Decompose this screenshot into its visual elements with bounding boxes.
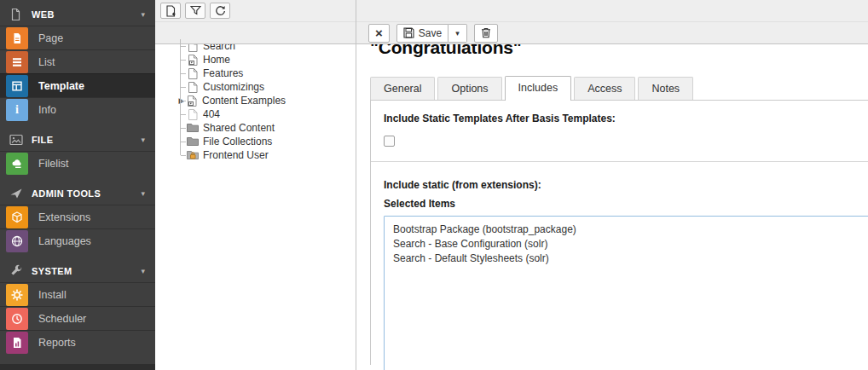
save-button[interactable]: Save bbox=[396, 24, 448, 43]
tree-line bbox=[176, 66, 187, 80]
sidebar-item-template[interactable]: Template bbox=[0, 73, 155, 97]
sidebar-item-languages[interactable]: Languages bbox=[0, 228, 155, 252]
page-icon bbox=[187, 68, 199, 79]
page-module-icon bbox=[6, 27, 28, 49]
tab-options[interactable]: Options bbox=[437, 77, 501, 100]
sidebar-item-reports[interactable]: Reports bbox=[0, 330, 155, 354]
languages-module-icon bbox=[6, 230, 28, 252]
tree-node-label: Features bbox=[203, 67, 243, 79]
static-after-basis-label: Include Static Templates After Basis Tem… bbox=[384, 113, 868, 124]
tree-line bbox=[176, 135, 187, 148]
delete-button[interactable] bbox=[474, 24, 498, 43]
tab-notes[interactable]: Notes bbox=[638, 77, 693, 100]
filter-button[interactable] bbox=[185, 3, 205, 19]
sidebar-section-admin-tools[interactable]: ADMIN TOOLS ▾ bbox=[0, 182, 155, 205]
reports-module-icon bbox=[6, 332, 28, 354]
chevron-down-icon: ▾ bbox=[455, 29, 460, 38]
chevron-down-icon: ▾ bbox=[141, 10, 145, 19]
tab-bar: General Options Includes Access Notes bbox=[370, 76, 868, 101]
close-icon: × bbox=[375, 26, 383, 39]
list-module-icon bbox=[6, 51, 28, 73]
close-button[interactable]: × bbox=[368, 24, 390, 43]
tree-line bbox=[176, 121, 187, 135]
sidebar-item-scheduler[interactable]: Scheduler bbox=[0, 306, 155, 330]
tree-node-frontend-user[interactable]: Frontend User bbox=[155, 148, 356, 162]
tree-node-label: File Collections bbox=[203, 136, 272, 147]
rocket-outline-icon bbox=[9, 187, 23, 201]
tree-docheader bbox=[155, 0, 356, 44]
listbox-option[interactable]: Bootstrap Package (bootstrap_package) bbox=[385, 223, 868, 237]
tab-access[interactable]: Access bbox=[574, 77, 635, 100]
folder-icon bbox=[187, 123, 199, 133]
content-docheader: × Save ▾ bbox=[356, 0, 868, 44]
info-module-icon: i bbox=[6, 99, 28, 121]
include-static-label: Include static (from extensions): bbox=[384, 179, 868, 191]
static-after-basis-section: Include Static Templates After Basis Tem… bbox=[371, 101, 868, 162]
tree-node-file-collections[interactable]: File Collections bbox=[155, 135, 356, 148]
include-static-section: Include static (from extensions): Select… bbox=[371, 162, 868, 370]
typo3-backend: WEB ▾ Page List Template bbox=[0, 0, 868, 370]
sidebar-item-install[interactable]: Install bbox=[0, 282, 155, 306]
tree-line bbox=[176, 94, 187, 107]
save-label: Save bbox=[419, 27, 442, 39]
page-icon bbox=[187, 82, 199, 93]
install-module-icon bbox=[6, 284, 28, 306]
tab-includes[interactable]: Includes bbox=[505, 76, 572, 101]
save-split-button: Save ▾ bbox=[396, 24, 467, 43]
tree-node-404[interactable]: 404 bbox=[155, 107, 356, 121]
tree-line bbox=[176, 39, 187, 53]
section-system: SYSTEM ▾ Install Scheduler Reports bbox=[0, 260, 155, 354]
sidebar-item-list[interactable]: List bbox=[0, 49, 155, 73]
tree-node-content-examples[interactable]: ▶ Content Examples bbox=[155, 94, 356, 107]
tree-line bbox=[176, 107, 187, 121]
template-module-icon bbox=[6, 75, 28, 97]
listbox-option[interactable]: Search - Base Configuration (solr) bbox=[385, 237, 868, 251]
image-outline-icon bbox=[9, 133, 23, 147]
refresh-button[interactable] bbox=[210, 3, 230, 19]
tree-node-label: 404 bbox=[203, 108, 220, 120]
sidebar-item-info[interactable]: i Info bbox=[0, 97, 155, 121]
document-outline-icon bbox=[9, 8, 23, 22]
includes-tab-panel: Include Static Templates After Basis Tem… bbox=[370, 101, 868, 365]
chevron-down-icon: ▾ bbox=[141, 136, 145, 144]
save-options-button[interactable]: ▾ bbox=[448, 24, 467, 43]
tree-node-label: Shared Content bbox=[203, 122, 275, 134]
tree-node-label: Customizings bbox=[203, 81, 264, 93]
tree-node-customizings[interactable]: Customizings bbox=[155, 80, 356, 94]
sidebar-item-extensions[interactable]: Extensions bbox=[0, 205, 155, 228]
scheduler-module-icon bbox=[6, 308, 28, 330]
page-tree-panel: TYPO3 ▼ Congratulations Search bbox=[155, 0, 356, 370]
save-icon bbox=[403, 27, 414, 38]
shortcut-page-icon bbox=[187, 55, 199, 66]
trash-icon bbox=[481, 27, 491, 38]
main-content: × Save ▾ Edit Template "Introduction Pac… bbox=[356, 0, 868, 370]
tab-general[interactable]: General bbox=[370, 77, 435, 100]
sidebar-section-web[interactable]: WEB ▾ bbox=[0, 3, 155, 26]
sidebar-item-filelist[interactable]: Filelist bbox=[0, 151, 155, 175]
listbox-option[interactable]: Search - Default Stylesheets (solr) bbox=[385, 251, 868, 266]
static-after-basis-checkbox[interactable] bbox=[384, 136, 395, 147]
tree-node-label: Content Examples bbox=[202, 95, 286, 107]
folder-icon bbox=[187, 136, 199, 147]
selected-items-label: Selected Items bbox=[384, 198, 868, 210]
sidebar-section-file[interactable]: FILE ▾ bbox=[0, 129, 155, 151]
extensions-module-icon bbox=[6, 206, 28, 228]
tree-node-label: Frontend User bbox=[203, 149, 269, 161]
wrench-outline-icon bbox=[9, 264, 23, 279]
sidebar-bottom-strip bbox=[0, 364, 155, 370]
sidebar-item-page[interactable]: Page bbox=[0, 26, 155, 49]
section-label: WEB bbox=[32, 9, 141, 20]
new-page-button[interactable] bbox=[160, 3, 181, 19]
filelist-module-icon bbox=[6, 153, 28, 175]
tree-node-shared-content[interactable]: Shared Content bbox=[155, 121, 356, 135]
tree-node-features[interactable]: Features bbox=[155, 66, 356, 80]
chevron-down-icon: ▾ bbox=[141, 189, 145, 198]
sidebar-section-system[interactable]: SYSTEM ▾ bbox=[0, 260, 155, 282]
section-web: WEB ▾ Page List Template bbox=[0, 3, 155, 121]
page-icon bbox=[187, 109, 199, 120]
selected-items-listbox[interactable]: Bootstrap Package (bootstrap_package) Se… bbox=[384, 216, 868, 370]
tree-node-home[interactable]: Home bbox=[155, 53, 356, 66]
module-sidebar: WEB ▾ Page List Template bbox=[0, 0, 155, 370]
section-file: FILE ▾ Filelist bbox=[0, 129, 155, 175]
tree-line bbox=[176, 148, 187, 162]
